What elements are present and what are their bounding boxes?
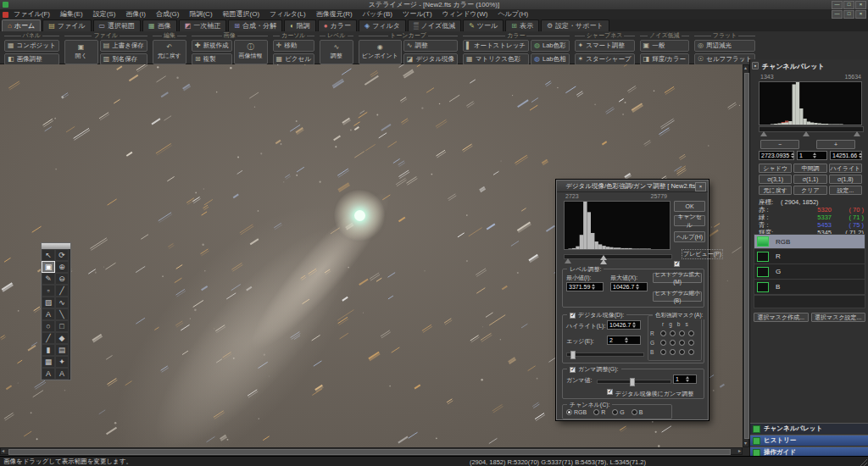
menu-item-10[interactable]: ツール(T) [398, 9, 437, 19]
ribbon-button-7-1-0[interactable]: ◍Lab色彩 [531, 40, 570, 52]
ribbon-button-9-0-1[interactable]: ◨輝度/カラー [640, 53, 690, 65]
ribbon-button-7-0-1[interactable]: ▦マトリクス色彩 [463, 53, 529, 65]
histogram-zoom-in-button[interactable]: ヒストグラム拡大(M) [653, 273, 702, 283]
dialog-level-slider[interactable] [564, 254, 672, 259]
slider-min-handle[interactable] [565, 258, 571, 264]
panel-tab-0[interactable]: チャンネルパレット [750, 423, 868, 434]
tool-icon-0[interactable]: ↖ [42, 249, 55, 261]
cp-button-2-0[interactable]: 元に戻す [759, 186, 792, 195]
tool-icon-18[interactable]: ▦ [42, 356, 55, 368]
ribbon-button-1-1-1[interactable]: ▥別名保存 [100, 53, 147, 65]
vertical-scrollbar[interactable]: ▴ ▾ [743, 64, 749, 447]
channel-option-B[interactable]: B [632, 409, 643, 415]
resize-grip[interactable] [859, 458, 867, 466]
edge-field[interactable]: 2 [607, 336, 641, 345]
panel-collapse-icon[interactable]: ▪ [752, 62, 759, 69]
channel-swatch-G[interactable] [757, 267, 769, 277]
tool-icon-8[interactable]: ▨ [42, 297, 55, 308]
edge-slider[interactable] [566, 352, 644, 357]
ribbon-button-0-0-1[interactable]: ◧画像調整 [4, 53, 59, 65]
ribbon-button-10-0-0[interactable]: ◎周辺減光 [694, 40, 755, 52]
channel-row-R[interactable]: R [754, 249, 865, 264]
tool-icon-9[interactable]: ∿ [55, 297, 69, 308]
ribbon-tab-1[interactable]: ▤ファイル [42, 19, 91, 31]
menu-item-6[interactable]: 範囲選択(O) [218, 9, 265, 19]
menu-item-0[interactable]: ファイル(F) [8, 9, 55, 19]
gamma-value-field[interactable]: 1 [673, 374, 697, 384]
channel-option-RGB[interactable]: RGB [566, 409, 587, 415]
mask-radio-R-g[interactable] [670, 330, 676, 336]
cp-button-2-1[interactable]: クリア [793, 186, 826, 195]
cp-plus-button[interactable]: + [816, 140, 855, 149]
gamma-checkbox[interactable] [570, 367, 576, 373]
menu-item-12[interactable]: ヘルプ(H) [492, 9, 533, 19]
cp-button-1-2[interactable]: σ(1,8) [829, 175, 862, 184]
tool-icon-19[interactable]: ✦ [55, 356, 69, 368]
cp-button-1-1[interactable]: σ(1,1) [793, 175, 826, 184]
channel-option-R[interactable]: R [593, 409, 605, 415]
ribbon-button-6-1-0[interactable]: ∿調整 [403, 40, 458, 52]
tool-icon-21[interactable]: A [55, 368, 69, 380]
edge-slider-thumb[interactable] [570, 351, 576, 359]
channel-swatch-B[interactable] [757, 282, 769, 292]
ribbon-button-6-0[interactable]: ◉ピンポイント [359, 40, 402, 64]
mask-radio-R-s[interactable] [688, 330, 694, 336]
mask-radio-G-g[interactable] [670, 340, 676, 346]
channel-swatch-RGB[interactable] [757, 236, 769, 247]
menu-item-3[interactable]: 画像(I) [120, 9, 151, 19]
ribbon-tab-7[interactable]: ●カラー [318, 19, 357, 31]
cp-minus-button[interactable]: − [760, 140, 799, 149]
selection-mask-settings-button[interactable]: 選択マスク設定... [811, 313, 866, 322]
ribbon-button-3-0-1[interactable]: ⊞複製 [192, 53, 232, 65]
preview-label[interactable]: プレビュー(P) [682, 249, 723, 259]
cp-shadow-field[interactable]: 2723.0935 [759, 151, 794, 160]
ribbon-button-1-0[interactable]: ▣開く [64, 40, 98, 64]
tool-icon-5[interactable]: ⊖ [55, 273, 69, 285]
window-control-2[interactable]: × [855, 1, 866, 9]
cp-mid-handle[interactable] [803, 131, 810, 136]
tool-icon-6[interactable]: ▫ [42, 285, 55, 297]
ribbon-button-8-0-1[interactable]: ✶スターシャープ [575, 53, 635, 65]
horizontal-scrollbar[interactable]: ◂ ▸ [0, 447, 743, 455]
mdi-control-2[interactable]: × [855, 10, 866, 19]
ribbon-tab-9[interactable]: ▒ノイズ低減 [408, 19, 461, 31]
ribbon-button-3-0-0[interactable]: ✚新規作成 [192, 40, 232, 52]
mask-radio-B-s[interactable] [688, 349, 694, 355]
highlight-field[interactable]: 10426.7 [607, 320, 641, 330]
menu-item-4[interactable]: 合成(G) [151, 9, 185, 19]
preview-checkbox[interactable] [674, 261, 680, 267]
ribbon-button-6-1-1[interactable]: ◪デジタル現像 [403, 53, 458, 65]
channel-option-G[interactable]: G [612, 409, 624, 415]
window-control-0[interactable]: — [832, 1, 843, 9]
mask-radio-R-r[interactable] [660, 330, 666, 336]
tool-icon-4[interactable]: ✎ [42, 273, 55, 285]
tool-icon-16[interactable]: ▮ [42, 344, 55, 356]
channel-radio-R[interactable] [593, 409, 599, 415]
channel-radio-B[interactable] [632, 409, 637, 415]
tool-icon-11[interactable]: ╲ [55, 308, 69, 320]
cp-button-2-2[interactable]: 設定... [829, 186, 862, 195]
cp-highlight-handle[interactable] [854, 131, 860, 136]
tool-icon-3[interactable]: ⊕ [55, 261, 69, 273]
panel-tab-1[interactable]: ヒストリー [750, 435, 868, 446]
mdi-control-1[interactable]: □ [843, 10, 854, 19]
cp-shadow-handle[interactable] [760, 131, 767, 136]
tool-icon-10[interactable]: A [42, 308, 55, 320]
histogram-zoom-out-button[interactable]: ヒストグラム縮小(B) [653, 291, 702, 302]
max-value-field[interactable]: 10426.7 [610, 282, 648, 291]
channel-row-G[interactable]: G [754, 264, 865, 280]
ribbon-button-3-1[interactable]: ⓘ画像情報 [234, 40, 268, 64]
menu-item-8[interactable]: 画像復元(R) [311, 9, 358, 19]
ribbon-tab-5[interactable]: ⊞合成・分解 [228, 19, 282, 31]
mask-radio-G-r[interactable] [660, 340, 666, 346]
tool-icon-17[interactable]: ▤ [55, 344, 69, 356]
tool-icon-1[interactable]: ⟳ [55, 249, 69, 261]
menu-item-5[interactable]: 階調(C) [184, 9, 217, 19]
mdi-control-0[interactable]: — [832, 10, 843, 19]
ribbon-tab-11[interactable]: ⊞表示 [505, 19, 539, 31]
tool-icon-14[interactable]: ╱ [42, 332, 55, 344]
ribbon-button-7-0-0[interactable]: ▌オートストレッチ [463, 40, 529, 52]
cp-button-0-1[interactable]: 中間調 [793, 164, 826, 173]
channel-radio-RGB[interactable] [566, 409, 572, 415]
mask-radio-G-s[interactable] [688, 340, 694, 346]
